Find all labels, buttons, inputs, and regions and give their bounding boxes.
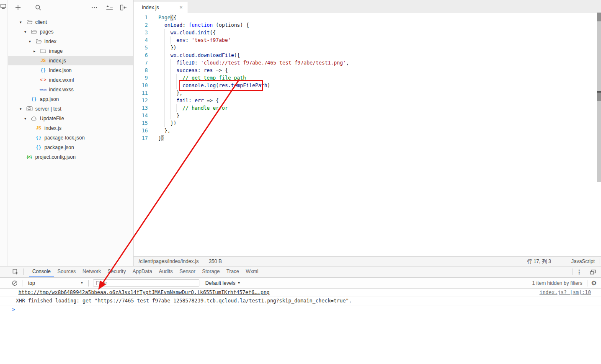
tab-index-js[interactable]: index.js × (134, 2, 188, 13)
chevron-down-icon[interactable]: ▾ (29, 39, 35, 44)
chevron-down-icon[interactable]: ▾ (24, 116, 30, 121)
code-token: ) (161, 135, 164, 141)
code-token: onLoad (164, 22, 182, 28)
code-token: } (158, 113, 180, 119)
console-prompt[interactable]: > (0, 305, 601, 314)
tree-item-updatefile[interactable]: ▾UpdateFile (8, 114, 133, 123)
tree-item-label: package-lock.json (44, 135, 85, 141)
chevron-down-icon[interactable]: ▾ (20, 107, 26, 111)
code-text: success: res => { (158, 67, 228, 74)
console-filter-input[interactable] (93, 279, 199, 287)
more-icon[interactable] (90, 3, 98, 12)
plus-icon[interactable] (14, 3, 22, 12)
code-line-17[interactable]: 17}) (134, 134, 601, 142)
temp-file-link[interactable]: http://tmp/wx8b6489942a5bbeaa.o6zAJsx14f… (18, 289, 270, 297)
devtools-tab-trace[interactable]: Trace (223, 266, 242, 277)
devtools-tab-storage[interactable]: Storage (199, 266, 223, 277)
code-line-3[interactable]: 3 wx.cloud.init({ (134, 29, 601, 36)
json-icon: { } (35, 145, 42, 150)
chevron-down-icon[interactable]: ▾ (20, 20, 26, 24)
editor-scrollbar[interactable] (597, 13, 601, 182)
devtools-tab-sources[interactable]: Sources (54, 266, 79, 277)
dock-side-icon[interactable] (590, 269, 596, 275)
tree-item-project.config.json[interactable]: {o}project.config.json (8, 152, 133, 162)
left-rail (0, 0, 8, 266)
tree-item-index[interactable]: ▾index (8, 36, 133, 46)
indent-guide (170, 89, 171, 97)
indent-guide (170, 67, 171, 74)
code-line-4[interactable]: 4 env: 'test-f97abe' (134, 36, 601, 44)
json-icon: { } (39, 68, 47, 72)
devtools-tab-audits[interactable]: Audits (155, 266, 176, 277)
sort-icon[interactable] (105, 3, 113, 12)
code-token: }) (158, 45, 176, 51)
cursor-position[interactable]: 行 17, 列 3 (527, 258, 551, 265)
tree-item-pages[interactable]: ▾pages (8, 27, 133, 36)
code-line-7[interactable]: 7 fileID: 'cloud://test-f97abe.7465-test… (134, 59, 601, 67)
xhr-url-link[interactable]: https://7465-test-f97abe-1258578239.tcb.… (98, 297, 346, 305)
devtools-tab-appdata[interactable]: AppData (129, 266, 155, 277)
code-line-5[interactable]: 5 }) (134, 44, 601, 52)
line-number: 1 (134, 14, 148, 21)
language-mode[interactable]: JavaScript (571, 258, 595, 264)
code-line-10[interactable]: 10 console.log(res.tempFilePath) (134, 82, 601, 89)
clear-console-icon[interactable] (12, 280, 18, 286)
indent-guide (164, 52, 165, 59)
collapse-sidebar-icon[interactable] (119, 3, 128, 12)
tree-item-server-test[interactable]: ▾server | test (8, 104, 133, 114)
tree-item-image[interactable]: ▸image (8, 46, 133, 56)
code-line-14[interactable]: 14 } (134, 112, 601, 119)
tree-item-app.json[interactable]: { }app.json (8, 94, 133, 104)
folder-open-icon (35, 39, 42, 44)
code-line-15[interactable]: 15 }) (134, 119, 601, 127)
code-area[interactable]: 1Page({2 onLoad: function (options) {3 w… (134, 13, 601, 256)
code-line-12[interactable]: 12 fail: err => { (134, 97, 601, 104)
inspect-icon[interactable] (13, 266, 19, 277)
kebab-menu-icon[interactable]: ⋮ (573, 268, 586, 275)
tree-item-index.wxml[interactable]: < >index.wxml (8, 75, 133, 85)
devtools-tab-wxml[interactable]: Wxml (242, 266, 262, 277)
scrollbar-thumb[interactable] (597, 13, 601, 21)
code-token: fail (176, 98, 188, 103)
simulator-icon[interactable] (0, 3, 7, 11)
source-location-link[interactable]: index.js? [sm]:10 (539, 289, 591, 297)
code-text: console.log(res.tempFilePath) (158, 82, 270, 89)
devtools-tab-network[interactable]: Network (79, 266, 104, 277)
close-icon[interactable]: × (179, 4, 183, 10)
code-line-13[interactable]: 13 // handle error (134, 104, 601, 112)
devtools-tab-security[interactable]: Security (104, 266, 129, 277)
line-number: 2 (134, 21, 148, 29)
tree-item-label: client (35, 19, 47, 25)
folder-open-icon (26, 19, 33, 25)
tree-item-index.json[interactable]: { }index.json (8, 65, 133, 75)
tree-item-client[interactable]: ▾client (8, 17, 133, 27)
tree-item-index.js[interactable]: JSindex.js (8, 123, 133, 133)
devtools-tab-sensor[interactable]: Sensor (176, 266, 199, 277)
code-line-16[interactable]: 16 }, (134, 127, 601, 134)
code-line-6[interactable]: 6 wx.cloud.downloadFile({ (134, 52, 601, 59)
chevron-right-icon[interactable]: ▸ (34, 49, 39, 53)
line-number: 13 (134, 104, 148, 112)
code-token: function (188, 22, 213, 28)
settings-gear-icon[interactable]: ⚙ (591, 280, 597, 286)
line-number: 12 (134, 97, 148, 104)
code-line-1[interactable]: 1Page({ (134, 14, 601, 21)
tree-item-package-lock.json[interactable]: { }package-lock.json (8, 133, 133, 142)
code-token: => { (204, 98, 219, 103)
tab-label: index.js (142, 5, 159, 10)
log-levels-selector[interactable]: Default levels ▼ (205, 280, 240, 286)
scrollbar-marker[interactable] (597, 91, 601, 101)
code-text: }, (158, 127, 170, 134)
devtools-tab-console[interactable]: Console (29, 266, 54, 277)
code-line-9[interactable]: 9 // get temp file path (134, 74, 601, 82)
tree-item-index.wxss[interactable]: wxssindex.wxss (8, 85, 133, 94)
editor-tabstrip: index.js × (134, 0, 601, 13)
code-line-11[interactable]: 11 }, (134, 89, 601, 97)
tree-item-index.js[interactable]: JSindex.js (8, 56, 133, 65)
code-line-2[interactable]: 2 onLoad: function (options) { (134, 21, 601, 29)
chevron-down-icon[interactable]: ▾ (24, 30, 30, 34)
context-selector[interactable]: top ▼ (28, 280, 83, 286)
search-icon[interactable] (34, 3, 42, 12)
tree-item-package.json[interactable]: { }package.json (8, 142, 133, 152)
code-line-8[interactable]: 8 success: res => { (134, 67, 601, 74)
